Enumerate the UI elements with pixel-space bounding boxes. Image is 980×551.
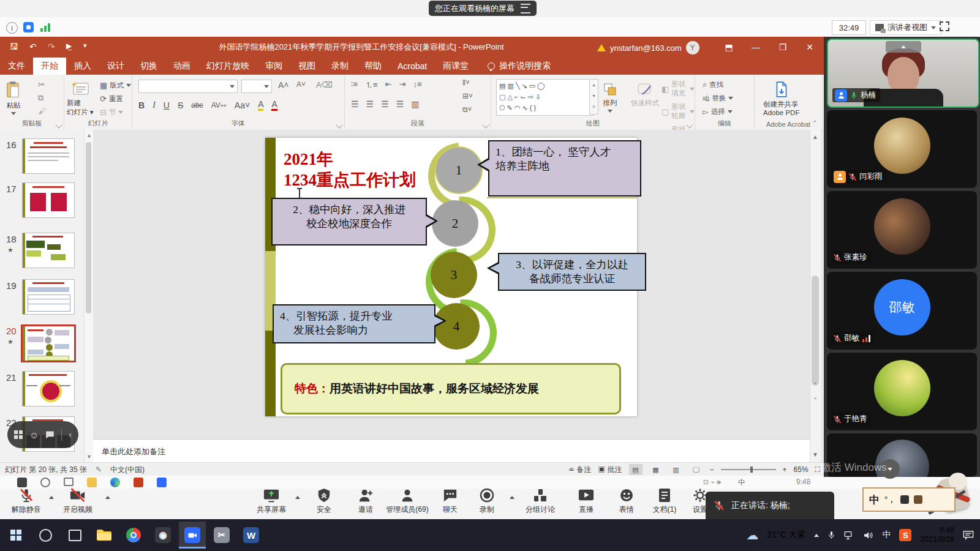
font-name-select[interactable] xyxy=(138,80,238,93)
meeting-app-button[interactable] xyxy=(179,522,206,549)
align-right-icon[interactable]: ☰ xyxy=(381,99,389,109)
chat-icon[interactable] xyxy=(45,430,55,439)
participants-scroll-down-button[interactable] xyxy=(880,459,900,479)
slide[interactable]: 2021年 1234重点工作计划 1 2 3 4 1、团结一心， 坚守人才 培养… xyxy=(265,138,637,416)
tab-design[interactable]: 设计 xyxy=(99,58,132,75)
share-screen-button[interactable]: 共享屏幕 xyxy=(250,488,293,515)
outdent-icon[interactable]: ⇤ xyxy=(385,80,392,91)
save-icon[interactable]: 🖫 xyxy=(10,42,18,51)
notes-toggle[interactable]: ≐ 备注 xyxy=(568,465,591,475)
step-circle-1[interactable]: 1 xyxy=(435,146,483,194)
slide-thumbnail[interactable] xyxy=(22,279,75,315)
account-avatar[interactable]: Y xyxy=(686,41,699,54)
zoom-slider[interactable] xyxy=(721,469,776,470)
scroll-thumb[interactable] xyxy=(812,276,819,386)
mic-options-icon[interactable] xyxy=(49,496,54,499)
spellcheck-icon[interactable]: ✎ xyxy=(96,465,102,474)
subscript-button[interactable]: abc xyxy=(191,101,203,110)
paste-button[interactable]: 粘贴 xyxy=(5,76,22,115)
app-status-icon[interactable] xyxy=(23,22,34,32)
restore-button[interactable]: ❐ xyxy=(769,37,796,58)
slide-thumbnail[interactable] xyxy=(22,371,75,407)
participant-video[interactable]: 张素珍 xyxy=(827,191,977,269)
underline-button[interactable]: U xyxy=(164,100,170,110)
network-signal-icon[interactable] xyxy=(40,23,51,32)
annotation-toolbar[interactable]: ☺ ‹ xyxy=(7,421,78,448)
undo-icon[interactable]: ↶ xyxy=(29,42,37,51)
prev-slide-icon[interactable]: ⌃ xyxy=(811,380,820,389)
scroll-down-icon[interactable]: ▼ xyxy=(86,454,92,460)
tab-rainclass[interactable]: 雨课堂 xyxy=(435,58,477,75)
section-button[interactable]: ⊟节 xyxy=(100,108,123,117)
share-options-icon[interactable] xyxy=(295,496,300,499)
manage-members-button[interactable]: 管理成员(69) xyxy=(381,488,434,515)
callout-3[interactable]: 3、以评促建，全力以赴 备战师范专业认证 xyxy=(498,253,646,291)
slideshow-button[interactable]: 🖵 xyxy=(690,464,703,475)
tab-acrobat[interactable]: Acrobat xyxy=(390,58,435,75)
new-slide-button[interactable]: 新建幻灯片 ▾ xyxy=(67,76,93,117)
tray-mic-icon[interactable] xyxy=(827,530,835,540)
tab-insert[interactable]: 插入 xyxy=(66,58,99,75)
slide-title[interactable]: 2021年 1234重点工作计划 xyxy=(284,149,416,190)
hidden-icons-chevron[interactable] xyxy=(814,534,819,537)
thumbnail-scrollbar[interactable]: ▲ ▼ xyxy=(84,130,93,462)
start-slideshow-icon[interactable]: ▶̲ xyxy=(66,42,72,50)
emoji-icon[interactable]: ☺ xyxy=(29,430,39,440)
align-left-icon[interactable]: ☰ xyxy=(351,99,359,109)
zoom-slider-thumb[interactable] xyxy=(750,467,753,473)
layout-button[interactable]: ▦版式 xyxy=(100,81,131,90)
tab-animations[interactable]: 动画 xyxy=(165,58,198,75)
shrink-font-icon[interactable]: A˅ xyxy=(296,80,306,89)
indent-icon[interactable]: ⇥ xyxy=(399,80,405,91)
notes-pane[interactable]: 单击此处添加备注 xyxy=(93,439,810,463)
ribbon-display-icon[interactable]: ⬒ xyxy=(715,37,742,58)
comments-toggle[interactable]: ▣ 批注 xyxy=(598,465,622,475)
scroll-thumb[interactable] xyxy=(86,142,91,313)
ime-punctuation-icon[interactable]: °， xyxy=(884,494,895,505)
volume-icon[interactable] xyxy=(863,531,873,540)
shape-fill-button[interactable]: ◧形状填充 xyxy=(662,80,695,98)
tab-slideshow[interactable]: 幻灯片放映 xyxy=(198,58,257,75)
unmute-button[interactable]: 解除静音 xyxy=(5,488,48,515)
scroll-up-icon[interactable]: ▲ xyxy=(811,132,820,141)
action-center-icon[interactable] xyxy=(963,530,974,540)
cut-icon[interactable]: ✂ xyxy=(38,80,45,89)
reset-button[interactable]: ⟳重置 xyxy=(100,94,123,103)
normal-view-button[interactable]: ▤ xyxy=(629,464,643,475)
bold-button[interactable]: B xyxy=(138,100,145,110)
minimize-button[interactable]: — xyxy=(742,37,769,58)
feature-box[interactable]: 特色：用英语讲好中国故事，服务区域经济发展 xyxy=(281,363,621,414)
chrome-button[interactable] xyxy=(120,522,147,549)
tell-me-search[interactable]: 操作说明搜索 xyxy=(488,58,551,75)
numbering-icon[interactable]: ⒈≡ xyxy=(365,80,378,91)
text-direction-icon[interactable]: ⫴˅ xyxy=(462,78,473,87)
start-video-button[interactable]: 开启视频 xyxy=(56,488,99,515)
emoji-button[interactable]: 表情 xyxy=(605,488,648,515)
italic-button[interactable]: I xyxy=(153,100,156,110)
participant-video[interactable]: 邵敏 邵敏 xyxy=(827,272,977,350)
slide-thumbnail[interactable] xyxy=(22,182,75,218)
zoom-in-button[interactable]: + xyxy=(783,465,787,474)
bullets-icon[interactable]: ∶≡ xyxy=(351,80,358,91)
shape-outline-button[interactable]: ▢形状轮廓 xyxy=(662,102,695,121)
word-app-button[interactable]: W xyxy=(238,522,265,549)
tab-help[interactable]: 帮助 xyxy=(356,58,390,75)
tab-view[interactable]: 视图 xyxy=(290,58,323,75)
fullscreen-icon[interactable] xyxy=(940,21,949,31)
zoom-out-button[interactable]: − xyxy=(710,465,714,474)
fit-slide-icon[interactable]: ⛶ xyxy=(815,465,820,474)
slide-scrollbar[interactable]: ▲ ⌃ ⌄ ▼ xyxy=(810,130,821,462)
callout-4[interactable]: 4、引智拓源，提升专业 发展社会影响力 xyxy=(273,304,435,343)
callout-1[interactable]: 1、团结一心， 坚守人才 培养主阵地 xyxy=(488,140,641,197)
ime-mode-indicator[interactable]: 中 xyxy=(869,493,880,507)
snip-app-button[interactable]: ✂ xyxy=(208,522,235,549)
callout-2[interactable]: 2、稳中向好，深入推进 校企校地深度合作 xyxy=(271,198,427,246)
search-button[interactable] xyxy=(32,522,59,549)
font-color-button[interactable]: A xyxy=(271,99,277,111)
info-icon[interactable]: i xyxy=(6,22,18,34)
taskbar-clock[interactable]: 9:482021/8/28 xyxy=(920,526,954,544)
ime-tool-icon[interactable] xyxy=(900,495,909,504)
replace-button[interactable]: ab̲替换 xyxy=(703,94,733,103)
viewing-banner[interactable]: 您正在观看杨楠的屏幕 xyxy=(429,1,537,16)
view-mode-button[interactable]: 演讲者视图 xyxy=(870,20,941,35)
